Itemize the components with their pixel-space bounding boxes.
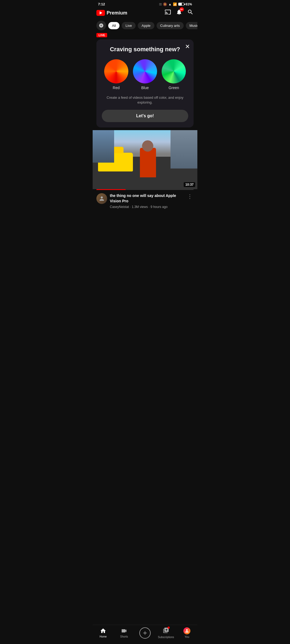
color-red[interactable]: Red xyxy=(104,59,128,90)
search-button[interactable] xyxy=(187,9,194,17)
video-info: the thing no one will say about Apple Vi… xyxy=(93,190,197,212)
category-music[interactable]: Music xyxy=(186,22,197,29)
channel-name[interactable]: CaseyNeistat xyxy=(110,205,129,209)
live-badge: LIVE xyxy=(96,33,107,37)
modal-title: Craving something new? xyxy=(102,46,188,53)
status-bar: 7:12 ▷⃝ 🔕 ▲ 📶 61% xyxy=(93,0,197,7)
video-channel-info: CaseyNeistat · 1.3M views · 9 hours ago xyxy=(110,205,183,209)
notif-badge: 9+ xyxy=(180,7,184,12)
header-actions: 9+ xyxy=(165,9,194,17)
header: Premium 9+ xyxy=(93,7,197,19)
channel-avatar[interactable] xyxy=(96,193,107,204)
cast-button[interactable] xyxy=(165,9,171,17)
modal-close-button[interactable]: ✕ xyxy=(185,43,190,50)
category-culinary[interactable]: Culinary arts xyxy=(157,22,184,29)
green-circle xyxy=(162,59,186,83)
video-title[interactable]: the thing no one will say about Apple Vi… xyxy=(110,193,183,204)
upload-time: 9 hours ago xyxy=(150,205,167,209)
blue-circle xyxy=(133,59,157,83)
notifications-button[interactable]: 9+ xyxy=(176,9,182,17)
signal-icon: 📶 xyxy=(173,2,177,6)
category-live[interactable]: Live xyxy=(122,22,136,29)
youtube-icon xyxy=(96,10,105,16)
color-green[interactable]: Green xyxy=(162,59,186,90)
blue-label: Blue xyxy=(141,86,149,90)
status-icons: ▷⃝ 🔕 ▲ 📶 61% xyxy=(159,2,192,6)
lets-go-button[interactable]: Let's go! xyxy=(102,110,188,122)
wifi-icon: ▲ xyxy=(168,2,172,6)
category-bar: All Live Apple Culinary arts Music xyxy=(93,19,197,32)
video-metadata: the thing no one will say about Apple Vi… xyxy=(110,193,183,208)
color-options: Red Blue Green xyxy=(102,59,188,90)
explore-button[interactable] xyxy=(96,21,106,30)
view-count: 1.3M views xyxy=(132,205,148,209)
red-circle xyxy=(104,59,128,83)
logo: Premium xyxy=(96,10,162,16)
video-card: 10:37 the thing no one will say about Ap… xyxy=(93,130,197,212)
category-apple[interactable]: Apple xyxy=(138,22,154,29)
video-duration: 10:37 xyxy=(184,182,195,187)
color-blue[interactable]: Blue xyxy=(133,59,157,90)
battery-pct: 61% xyxy=(186,2,192,6)
category-all[interactable]: All xyxy=(108,22,119,29)
logo-text: Premium xyxy=(107,10,127,16)
modal-description: Create a feed of videos based off color,… xyxy=(102,95,188,105)
recommendation-modal: ✕ Craving something new? Red Blue Green … xyxy=(96,39,194,127)
green-label: Green xyxy=(169,86,179,90)
live-section: LIVE xyxy=(93,32,197,37)
media-icon: ▷⃝ xyxy=(159,2,162,6)
time: 7:12 xyxy=(98,2,105,6)
battery-icon xyxy=(178,3,184,6)
mute-icon: 🔕 xyxy=(163,2,167,6)
red-label: Red xyxy=(113,86,120,90)
video-more-button[interactable]: ⋮ xyxy=(186,193,194,200)
video-thumbnail[interactable]: 10:37 xyxy=(93,130,197,189)
